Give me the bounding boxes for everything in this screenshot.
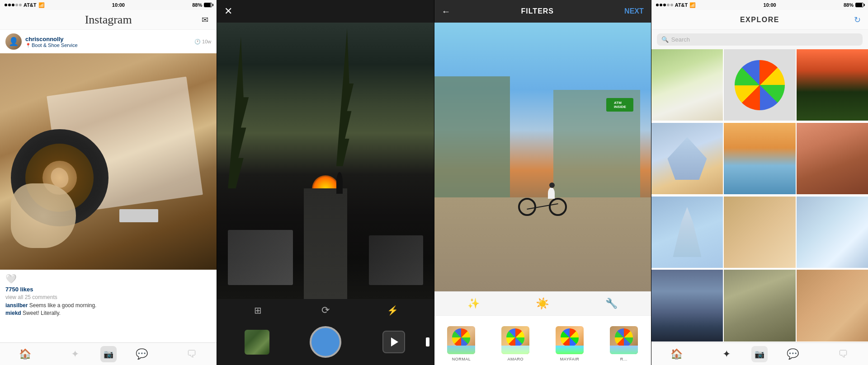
camera-controls: ⊞ ⟳ ⚡ — [217, 299, 434, 322]
post-image — [0, 53, 217, 270]
filter-preview-bg: ATMINSIDE — [434, 23, 651, 291]
explore-nav-explore[interactable]: ✦ — [702, 343, 752, 365]
post-image-inner — [0, 53, 217, 270]
filter-r[interactable]: R... — [597, 316, 651, 365]
grid-cell-6[interactable] — [797, 123, 868, 194]
camera-last-photo[interactable] — [245, 330, 269, 355]
caption-text-2: Sweet! Literally. — [23, 310, 61, 316]
nav-camera[interactable]: 📷 — [100, 346, 117, 362]
grid-cell-2[interactable] — [724, 49, 795, 121]
grid-cell-12[interactable] — [797, 270, 868, 341]
post-location[interactable]: Boot & Shoe Service — [25, 42, 191, 48]
flash-toggle-button[interactable]: ⚡ — [384, 305, 402, 316]
rider-body — [548, 187, 555, 199]
camera-close-button[interactable]: ✕ — [224, 5, 232, 17]
time-label: 10:00 — [112, 2, 125, 8]
explore-title: EXPLORE — [740, 16, 779, 24]
status-left: AT&T 📶 — [5, 2, 45, 8]
filter-sky-r — [610, 346, 638, 354]
grid-cell-8[interactable] — [724, 197, 795, 268]
explore-nav-home[interactable]: 🏠 — [651, 343, 702, 365]
explore-signal-dots — [656, 4, 673, 6]
camera-header: ✕ — [217, 0, 434, 23]
carrier-label: AT&T — [24, 2, 37, 8]
filters-next-button[interactable]: NEXT — [624, 7, 644, 15]
grid-cell-3[interactable] — [797, 49, 868, 121]
bowl-decoration — [11, 183, 76, 248]
post-username[interactable]: chrisconnolly — [25, 36, 191, 42]
nav-explore[interactable]: ✦ — [50, 343, 100, 365]
status-bar-feed: AT&T 📶 10:00 88% — [0, 0, 217, 10]
mountain-shape — [667, 137, 707, 180]
balloon-grid-2 — [735, 60, 785, 110]
mention-2[interactable]: miekd — [5, 310, 21, 316]
filters-screen: ← FILTERS NEXT — [434, 0, 651, 365]
battery-icon — [204, 3, 212, 7]
mention-1[interactable]: iansilber — [5, 302, 28, 309]
grid-cell-5[interactable] — [724, 123, 795, 194]
nav-profile[interactable]: 🗨 — [166, 343, 217, 365]
road-center — [304, 188, 347, 299]
shutter-button[interactable] — [310, 326, 341, 358]
feed-header: Instagram ✉ — [0, 10, 217, 30]
grid-cell-11[interactable] — [724, 270, 795, 341]
balloon-normal — [452, 328, 470, 346]
grid-cell-9[interactable] — [797, 197, 868, 268]
status-bar-explore: AT&T 📶 10:00 88% — [651, 0, 868, 10]
nav-bar-feed: 🏠 ✦ 📷 💬 🗨 — [0, 342, 217, 365]
battery-label: 88% — [192, 2, 202, 8]
battery-fill — [204, 3, 211, 7]
video-mode-button[interactable] — [382, 330, 406, 355]
status-right: 88% — [192, 2, 212, 8]
explore-status-right: 88% — [844, 2, 863, 8]
signal-dot-1 — [5, 4, 7, 6]
filters-back-button[interactable]: ← — [442, 6, 451, 17]
magic-wand-tool[interactable]: ✨ — [467, 298, 480, 309]
wheel-back — [549, 198, 567, 216]
explore-nav-camera[interactable]: 📷 — [751, 346, 768, 362]
grid-cell-10[interactable] — [651, 270, 723, 341]
explore-carrier-label: AT&T — [675, 2, 688, 8]
explore-nav-activity[interactable]: 💬 — [768, 343, 818, 365]
post-time: 🕐 10w — [194, 39, 211, 45]
app-logo: Instagram — [18, 13, 198, 27]
wrench-tool[interactable]: 🔧 — [605, 298, 618, 309]
wifi-icon: 📶 — [38, 2, 45, 8]
explore-refresh-button[interactable]: ↻ — [854, 15, 861, 25]
flip-camera-button[interactable]: ⟳ — [316, 304, 335, 316]
balloon-amaro — [506, 328, 524, 346]
filter-tools: ✨ ☀️ 🔧 — [434, 291, 651, 315]
explore-wifi-icon: 📶 — [689, 2, 696, 8]
video-icon — [382, 331, 405, 353]
nav-activity[interactable]: 💬 — [117, 343, 167, 365]
filter-amaro[interactable]: AMARO — [488, 316, 542, 365]
bicycle-container — [515, 180, 570, 216]
nav-home[interactable]: 🏠 — [0, 343, 50, 365]
balloon-mayfair — [561, 328, 579, 346]
nav-bar-explore: 🏠 ✦ 📷 💬 🗨 — [651, 342, 868, 365]
adjust-tool[interactable]: ☀️ — [536, 297, 549, 310]
spoon-decoration — [119, 209, 158, 222]
likes-count[interactable]: 7750 likes — [5, 286, 211, 293]
explore-battery-fill — [856, 3, 862, 7]
feed-screen: AT&T 📶 10:00 88% Instagram ✉ 👤 chrisco — [0, 0, 217, 365]
explore-nav-profile[interactable]: 🗨 — [818, 343, 868, 365]
inbox-icon[interactable]: ✉ — [198, 14, 211, 26]
avatar[interactable]: 👤 — [5, 33, 22, 50]
heart-icon[interactable]: 🤍 — [5, 273, 211, 284]
filter-mayfair[interactable]: MAYFAIR — [542, 316, 597, 365]
car-right — [369, 235, 423, 285]
grid-toggle-button[interactable]: ⊞ — [249, 305, 267, 316]
person-silhouette — [336, 172, 343, 194]
search-input-wrap[interactable]: 🔍 Search — [657, 33, 863, 46]
grid-cell-7[interactable] — [651, 197, 723, 268]
search-icon: 🔍 — [661, 36, 669, 43]
filter-normal[interactable]: NORMAL — [434, 316, 489, 365]
grid-cell-1[interactable] — [651, 49, 723, 121]
grid-cell-4[interactable] — [651, 123, 723, 194]
explore-status-left: AT&T 📶 — [656, 2, 696, 8]
filter-thumb-r — [610, 326, 638, 354]
comments-link[interactable]: view all 25 comments — [5, 294, 211, 300]
building-left — [434, 76, 510, 211]
car-left — [228, 230, 293, 285]
